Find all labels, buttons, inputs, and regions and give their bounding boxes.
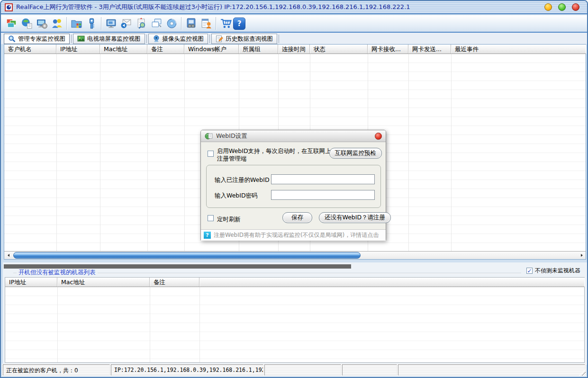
unmonitored-machines-section: 开机但没有被监视的机器列表 不侦测未监视机器 IP地址 Mac地址 备注	[3, 262, 587, 365]
cd-disk-icon	[166, 18, 178, 29]
detect-unmonitored-label[interactable]: 不侦测未监视机器	[535, 267, 580, 275]
minimize-button[interactable]	[544, 3, 552, 11]
toolbar-separator	[216, 17, 216, 30]
column-header-empty[interactable]	[199, 278, 584, 287]
tab-tv-wall[interactable]: 电视墙屏幕监控视图	[73, 34, 145, 44]
app-window: RealFace上网行为管理软件 - 3用户试用版(试用版不能连续超过3小时运行…	[0, 0, 588, 378]
remote-desktop-icon	[105, 18, 117, 29]
users-button[interactable]	[49, 16, 64, 31]
folder-apps-icon	[71, 18, 82, 29]
scrollbar-thumb[interactable]	[13, 252, 361, 259]
enable-webid-label[interactable]: 启用WebID支持，每次启动时，在互联网上注册管理端	[217, 147, 336, 162]
windows-layers-button[interactable]	[4, 16, 19, 31]
tab-separator	[279, 35, 279, 43]
window-title: RealFace上网行为管理软件 - 3用户试用版(试用版不能连续超过3小时运行…	[16, 3, 410, 11]
mail-reply-icon	[120, 18, 132, 29]
column-header-note[interactable]: 备注	[150, 278, 199, 287]
window-copy-button[interactable]	[149, 16, 164, 31]
tv-wall-icon	[77, 35, 85, 43]
main-table-header: 客户机名 IP地址 Mac地址 备注 Windows帐户 所属组 连接时间 状态…	[4, 45, 586, 54]
unmonitored-table-body	[5, 287, 584, 362]
toolbar	[1, 15, 587, 33]
column-header-connect-time[interactable]: 连接时间	[278, 45, 310, 54]
toolbar-separator	[101, 17, 101, 30]
usb-key-icon	[86, 18, 98, 29]
column-header-mac[interactable]: Mac地址	[57, 278, 150, 287]
tab-label: 电视墙屏幕监控视图	[87, 35, 141, 43]
user-list-icon	[200, 18, 212, 29]
column-header-status[interactable]: 状态	[310, 45, 368, 54]
address-book-button[interactable]	[183, 16, 199, 31]
timed-refresh-checkbox[interactable]	[208, 215, 214, 221]
unmonitored-table: IP地址 Mac地址 备注	[5, 277, 585, 363]
timed-refresh-label[interactable]: 定时刷新	[217, 216, 241, 224]
globe-doc-icon	[205, 132, 213, 140]
document-search-icon	[136, 18, 147, 29]
shopping-cart-button[interactable]	[218, 16, 233, 31]
question-mark-icon	[204, 232, 211, 239]
status-bar: 正在被监控的客户机，共：0 IP:172.20.156.1,192.168.0.…	[2, 364, 586, 376]
status-panel-empty	[264, 364, 341, 376]
users-icon	[51, 18, 63, 29]
camera-icon	[153, 35, 160, 43]
column-header-ip[interactable]: IP地址	[56, 45, 100, 54]
mail-reply-button[interactable]	[118, 16, 134, 31]
status-ip-list: IP:172.20.156.1,192.168.0.39,192.168.216…	[111, 364, 263, 376]
maximize-button[interactable]	[558, 3, 566, 11]
webid-field-label: 输入已注册的WebID	[215, 176, 270, 184]
status-panel-empty	[398, 364, 585, 376]
folder-apps-button[interactable]	[69, 16, 84, 31]
column-header-windows-account[interactable]: Windows帐户	[184, 45, 239, 54]
webid-input[interactable]	[271, 174, 375, 184]
column-header-group[interactable]: 所属组	[239, 45, 278, 54]
app-logo-icon	[5, 3, 13, 11]
column-header-nic-recv[interactable]: 网卡接收...	[368, 45, 408, 54]
remote-desktop-button[interactable]	[103, 16, 118, 31]
column-header-note[interactable]: 备注	[147, 45, 184, 54]
webid-password-input[interactable]	[271, 190, 375, 200]
address-book-icon	[185, 18, 197, 29]
dialog-close-button[interactable]	[375, 133, 382, 140]
dialog-title: WebID设置	[216, 132, 247, 140]
column-header-ip[interactable]: IP地址	[5, 278, 57, 287]
horizontal-scrollbar[interactable]	[4, 251, 586, 259]
tab-monitor-expert[interactable]: 管理专家监控视图	[4, 34, 70, 44]
unmonitored-group-title: 开机但没有被监视的机器列表	[17, 269, 98, 277]
globe-settings-button[interactable]	[19, 16, 34, 31]
usb-key-button[interactable]	[84, 16, 99, 31]
scroll-right-arrow[interactable]	[578, 252, 586, 259]
status-monitored-count: 正在被监控的客户机，共：0	[3, 364, 110, 376]
save-button[interactable]: 保存	[282, 212, 312, 223]
tab-bar: 管理专家监控视图 电视墙屏幕监控视图 摄像头监控视图	[1, 33, 587, 44]
monitor-search-icon	[8, 35, 16, 43]
shopping-cart-icon	[220, 18, 232, 29]
internet-precheck-button[interactable]: 互联网监控预检	[329, 148, 382, 159]
register-webid-button[interactable]: 还没有WebID？请注册	[319, 212, 391, 223]
title-bar[interactable]: RealFace上网行为管理软件 - 3用户试用版(试用版不能连续超过3小时运行…	[1, 1, 587, 14]
windows-layers-icon	[6, 18, 18, 29]
document-search-button[interactable]	[134, 16, 149, 31]
dialog-title-bar[interactable]: WebID设置	[201, 130, 386, 142]
webid-settings-dialog: WebID设置 启用WebID支持，每次启动时，在互联网上注册管理端 互联网监控…	[200, 130, 386, 241]
toolbar-separator	[181, 17, 181, 30]
detect-unmonitored-checkbox[interactable]	[526, 268, 533, 274]
tab-separator	[146, 35, 147, 43]
enable-webid-checkbox[interactable]	[208, 151, 214, 157]
scroll-left-arrow[interactable]	[4, 252, 12, 259]
user-list-button[interactable]	[199, 16, 214, 31]
column-header-nic-send[interactable]: 网卡发送...	[408, 45, 451, 54]
close-button[interactable]	[572, 3, 579, 11]
monitor-config-button[interactable]	[34, 16, 49, 31]
tab-label: 摄像头监控视图	[163, 35, 204, 43]
tab-camera[interactable]: 摄像头监控视图	[148, 34, 208, 44]
help-button[interactable]	[233, 18, 245, 30]
webid-password-label: 输入WebID密码	[215, 192, 258, 200]
window-copy-icon	[151, 18, 163, 29]
column-header-mac[interactable]: Mac地址	[100, 45, 147, 54]
column-header-recent-event[interactable]: 最近事件	[451, 45, 586, 54]
tab-history[interactable]: 历史数据查询视图	[211, 34, 277, 44]
dialog-help-text[interactable]: 注册WebID将有助于实现远程监控(不仅仅是局域网)，详情请点击	[214, 231, 379, 239]
cd-disk-button[interactable]	[164, 16, 179, 31]
splitter-bar[interactable]	[4, 264, 351, 269]
column-header-client-name[interactable]: 客户机名	[4, 45, 56, 54]
